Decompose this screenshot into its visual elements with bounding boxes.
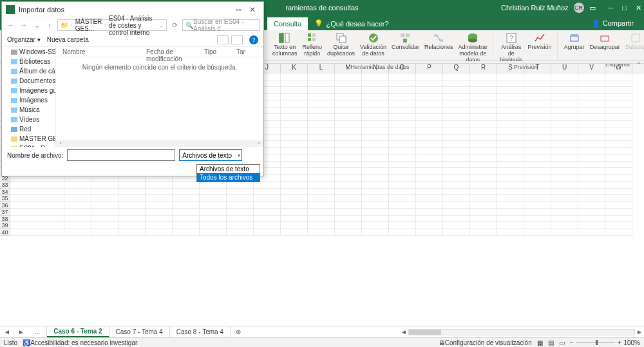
cell[interactable] — [551, 189, 578, 196]
sheet-tab-ellipsis[interactable]: ... — [28, 327, 47, 337]
cell[interactable] — [605, 195, 632, 202]
cell[interactable] — [551, 94, 578, 101]
cell[interactable] — [254, 195, 281, 202]
cell[interactable] — [578, 209, 605, 216]
cell[interactable] — [173, 222, 200, 229]
row-header[interactable]: 37 — [0, 209, 10, 216]
cell[interactable] — [416, 229, 443, 236]
cell[interactable] — [578, 135, 605, 142]
cell[interactable] — [281, 168, 308, 175]
avatar[interactable]: CR — [574, 3, 584, 13]
cell[interactable] — [578, 202, 605, 209]
cell[interactable] — [443, 216, 470, 223]
cell[interactable] — [497, 80, 524, 88]
cell[interactable] — [578, 175, 605, 182]
horizontal-scrollbar[interactable]: ◄ ► — [399, 328, 644, 336]
cell[interactable] — [281, 73, 308, 80]
cell[interactable] — [281, 216, 308, 223]
cell[interactable] — [470, 121, 497, 128]
cell[interactable] — [64, 216, 91, 223]
cell[interactable] — [524, 87, 551, 94]
cell[interactable] — [362, 135, 389, 142]
cell[interactable] — [254, 222, 281, 229]
cell[interactable] — [335, 202, 362, 209]
cell[interactable] — [335, 209, 362, 216]
cell[interactable] — [470, 162, 497, 169]
cell[interactable] — [524, 189, 551, 196]
cell[interactable] — [524, 108, 551, 115]
col-tipo[interactable]: Tipo — [202, 47, 234, 57]
cell[interactable] — [281, 155, 308, 162]
cell[interactable] — [524, 222, 551, 229]
cell[interactable] — [308, 121, 335, 128]
restore-icon[interactable]: □ — [622, 4, 627, 12]
cell[interactable] — [362, 175, 389, 182]
dialog-close-icon[interactable]: ✕ — [245, 5, 260, 14]
expand-formula-bar-icon[interactable]: ⌄ — [636, 59, 641, 65]
cell[interactable] — [470, 141, 497, 148]
cell[interactable] — [443, 135, 470, 142]
cmd-administrar-modelo[interactable]: Administrar modelo de datos — [456, 32, 491, 64]
cell[interactable] — [281, 121, 308, 128]
cell[interactable] — [605, 202, 632, 209]
cell[interactable] — [497, 189, 524, 196]
cell[interactable] — [551, 127, 578, 135]
cell[interactable] — [281, 222, 308, 229]
cell[interactable] — [578, 182, 605, 189]
cell[interactable] — [281, 175, 308, 182]
cell[interactable] — [389, 87, 416, 94]
cell[interactable] — [470, 80, 497, 88]
cell[interactable] — [524, 127, 551, 135]
cell[interactable] — [443, 73, 470, 80]
cell[interactable] — [470, 135, 497, 142]
file-list-hscroll[interactable]: ‹ › — [56, 140, 263, 147]
cell[interactable] — [389, 127, 416, 135]
cell[interactable] — [470, 94, 497, 101]
cell[interactable] — [524, 121, 551, 128]
cell[interactable] — [416, 189, 443, 196]
cell[interactable] — [443, 202, 470, 209]
cell[interactable] — [497, 209, 524, 216]
cell[interactable] — [470, 148, 497, 155]
row-header[interactable]: 34 — [0, 189, 10, 196]
cell[interactable] — [605, 148, 632, 155]
cell[interactable] — [389, 121, 416, 128]
cell[interactable] — [578, 222, 605, 229]
cell[interactable] — [389, 80, 416, 88]
cell[interactable] — [146, 209, 173, 216]
share-button[interactable]: 👤 Compartir — [587, 17, 639, 30]
cell[interactable] — [308, 222, 335, 229]
cell[interactable] — [416, 148, 443, 155]
cell[interactable] — [470, 175, 497, 182]
cell[interactable] — [524, 135, 551, 142]
cell[interactable] — [443, 195, 470, 202]
cell[interactable] — [362, 222, 389, 229]
cell[interactable] — [335, 222, 362, 229]
breadcrumb[interactable]: 📁 › MÁSTER GES... › ES04 - Análisis de c… — [57, 19, 167, 31]
cell[interactable] — [524, 114, 551, 121]
view-page-icon[interactable]: ▤ — [548, 339, 554, 346]
cell[interactable] — [91, 229, 118, 236]
folder-tree[interactable]: Windows-SSD Bibliotecas Álbum de cáma Do… — [2, 47, 56, 147]
cell[interactable] — [605, 168, 632, 175]
cell[interactable] — [389, 182, 416, 189]
zoom-in-icon[interactable]: + — [618, 339, 621, 346]
cell[interactable] — [389, 189, 416, 196]
zoom-out-icon[interactable]: − — [570, 339, 574, 346]
cell[interactable] — [551, 87, 578, 94]
cell[interactable] — [524, 216, 551, 223]
cmd-relleno-rapido[interactable]: Relleno rápido — [300, 32, 325, 57]
cell[interactable] — [118, 229, 146, 236]
cell[interactable] — [524, 168, 551, 175]
cell[interactable] — [389, 148, 416, 155]
cell[interactable] — [443, 175, 470, 182]
col-fecha[interactable]: Fecha de modificación — [144, 47, 202, 57]
user-name[interactable]: Christian Ruiz Muñoz — [501, 4, 569, 12]
cell[interactable] — [362, 108, 389, 115]
cell[interactable] — [308, 202, 335, 209]
cell[interactable] — [551, 216, 578, 223]
cell[interactable] — [389, 209, 416, 216]
tree-item-documentos[interactable]: Documentos — [2, 76, 55, 86]
cell[interactable] — [605, 100, 632, 108]
cell[interactable] — [362, 189, 389, 196]
